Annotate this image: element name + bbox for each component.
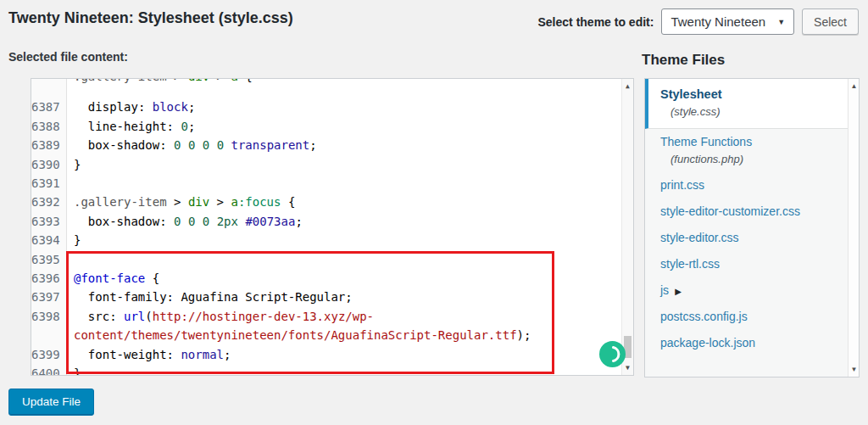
code-line: .gallery-item > div > a { bbox=[31, 79, 621, 98]
code-lines: .gallery-item > div > a {6387 display: b… bbox=[31, 79, 621, 376]
theme-select-value: Twenty Nineteen bbox=[670, 14, 765, 29]
theme-file-item-js[interactable]: js▶ bbox=[645, 277, 848, 304]
code-text: display: block; bbox=[67, 98, 195, 116]
theme-selector-row: Select theme to edit: Twenty Nineteen ▼ … bbox=[538, 8, 860, 35]
line-number: 6388 bbox=[31, 117, 67, 136]
theme-file-item-package-lock-json[interactable]: package-lock.json bbox=[645, 330, 848, 356]
line-number: 6392 bbox=[31, 193, 67, 211]
code-text bbox=[67, 250, 74, 269]
theme-file-label: package-lock.json bbox=[660, 336, 839, 350]
line-number: 6399 bbox=[31, 345, 67, 364]
code-line: 6398 src: url(http://hostinger-dev-13.xy… bbox=[31, 307, 621, 326]
code-line: 6390} bbox=[31, 155, 621, 174]
theme-files-panel: Stylesheet(style.css)Theme Functions(fun… bbox=[644, 78, 860, 377]
chevron-down-icon: ▼ bbox=[777, 18, 785, 26]
code-text: content/themes/twentynineteen/fonts/Agua… bbox=[67, 326, 531, 344]
theme-file-item-style-rtl-css[interactable]: style-rtl.css bbox=[645, 251, 848, 277]
theme-file-item-style-editor-css[interactable]: style-editor.css bbox=[645, 225, 848, 251]
scroll-up-icon[interactable]: ▲ bbox=[622, 81, 633, 92]
code-text: box-shadow: 0 0 0 0 transparent; bbox=[67, 136, 317, 154]
theme-select-label: Select theme to edit: bbox=[538, 15, 654, 29]
theme-file-label: Stylesheet bbox=[660, 87, 839, 101]
theme-file-label: style-editor.css bbox=[660, 231, 839, 244]
code-text bbox=[67, 174, 74, 193]
loading-spinner-icon[interactable] bbox=[599, 341, 626, 367]
theme-file-label: postcss.config.js bbox=[660, 310, 839, 323]
code-text: src: url(http://hostinger-dev-13.xyz/wp- bbox=[67, 307, 374, 326]
line-number: 6395 bbox=[31, 250, 67, 269]
theme-file-list: Stylesheet(style.css)Theme Functions(fun… bbox=[645, 79, 848, 356]
theme-file-item-style-editor-customizer-css[interactable]: style-editor-customizer.css bbox=[645, 199, 848, 225]
line-number: 6396 bbox=[31, 269, 67, 288]
theme-file-sub-label: (style.css) bbox=[660, 101, 839, 118]
theme-file-label: style-rtl.css bbox=[660, 257, 839, 271]
theme-select-button[interactable]: Select bbox=[802, 8, 859, 35]
theme-file-label: style-editor-customizer.css bbox=[660, 204, 839, 218]
code-line: 6393 box-shadow: 0 0 0 2px #0073aa; bbox=[31, 212, 621, 231]
code-line: 6394} bbox=[31, 231, 621, 249]
theme-file-label: print.css bbox=[660, 178, 839, 192]
code-line: 6397 font-family: Aguafina Script-Regula… bbox=[31, 288, 621, 306]
line-number: 6390 bbox=[31, 155, 67, 174]
line-number: 6394 bbox=[31, 231, 67, 249]
code-text: .gallery-item > div > a:focus { bbox=[67, 193, 295, 211]
line-number: 6393 bbox=[31, 212, 67, 231]
code-line: 6396@font-face { bbox=[31, 269, 621, 288]
selected-file-label: Selected file content: bbox=[8, 50, 128, 64]
code-text: } bbox=[67, 155, 81, 174]
code-line: 6389 box-shadow: 0 0 0 0 transparent; bbox=[31, 136, 621, 154]
code-line: 6399 font-weight: normal; bbox=[31, 345, 621, 364]
scroll-down-icon[interactable]: ▼ bbox=[849, 364, 860, 375]
code-text: box-shadow: 0 0 0 2px #0073aa; bbox=[67, 212, 303, 231]
line-number: 6389 bbox=[31, 136, 67, 154]
theme-select-dropdown[interactable]: Twenty Nineteen ▼ bbox=[661, 8, 794, 35]
theme-file-sub-label: (functions.php) bbox=[660, 148, 839, 165]
theme-file-label: js▶ bbox=[660, 283, 839, 297]
line-number: 6398 bbox=[31, 307, 67, 326]
code-line: 6391 bbox=[31, 174, 621, 193]
sidebar-scrollbar[interactable]: ▲ ▼ bbox=[848, 79, 859, 377]
line-number: 6400 bbox=[31, 364, 67, 376]
scroll-up-icon[interactable]: ▲ bbox=[849, 81, 860, 92]
theme-file-item-postcss-config-js[interactable]: postcss.config.js bbox=[645, 304, 848, 330]
theme-files-heading: Theme Files bbox=[642, 52, 725, 69]
theme-file-item-print-css[interactable]: print.css bbox=[645, 172, 848, 199]
code-line: 6387 display: block; bbox=[31, 98, 621, 116]
code-text: } bbox=[67, 364, 81, 376]
line-number bbox=[31, 326, 67, 344]
update-file-button[interactable]: Update File bbox=[8, 389, 94, 416]
line-number: 6387 bbox=[31, 98, 67, 116]
code-line: content/themes/twentynineteen/fonts/Agua… bbox=[31, 326, 621, 344]
code-text: line-height: 0; bbox=[67, 117, 195, 136]
code-text: @font-face { bbox=[67, 269, 159, 288]
theme-file-label: Theme Functions bbox=[660, 135, 839, 148]
code-text: font-weight: normal; bbox=[67, 345, 231, 364]
code-text: } bbox=[67, 231, 81, 249]
code-line: 6395 bbox=[31, 250, 621, 269]
code-editor[interactable]: .gallery-item > div > a {6387 display: b… bbox=[31, 78, 634, 376]
editor-scrollbar[interactable]: ▲ ▼ bbox=[621, 79, 633, 375]
theme-file-item-theme-functions[interactable]: Theme Functions(functions.php) bbox=[645, 129, 848, 172]
code-text: font-family: Aguafina Script-Regular; bbox=[67, 288, 353, 306]
line-number bbox=[31, 79, 67, 86]
code-line: 6392.gallery-item > div > a:focus { bbox=[31, 193, 621, 211]
folder-expand-icon[interactable]: ▶ bbox=[675, 287, 682, 296]
code-line: 6400} bbox=[31, 364, 621, 376]
code-text: .gallery-item > div > a { bbox=[67, 79, 253, 86]
line-number: 6391 bbox=[31, 174, 67, 193]
line-number: 6397 bbox=[31, 288, 67, 306]
theme-file-item-stylesheet[interactable]: Stylesheet(style.css) bbox=[645, 79, 848, 129]
code-line: 6388 line-height: 0; bbox=[31, 117, 621, 136]
page-title: Twenty Nineteen: Stylesheet (style.css) bbox=[8, 9, 293, 27]
